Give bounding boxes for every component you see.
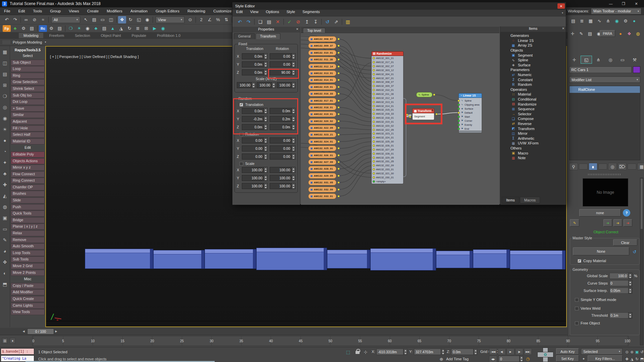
fixed-translation-field[interactable]: 0.0m	[242, 69, 268, 75]
randomize-input[interactable]: AM132_007_01	[372, 76, 403, 80]
orbit-icon[interactable]: ↻	[125, 25, 133, 32]
segment-node[interactable]: ▣ AM132_026_01	[308, 153, 336, 158]
randomize-input[interactable]: AM132_029_05	[372, 156, 403, 160]
segment-node[interactable]: ▣ AM132_033_01	[308, 193, 336, 199]
output-socket[interactable]	[337, 86, 340, 88]
properties-tab[interactable]: General	[234, 33, 255, 39]
spinner[interactable]	[291, 154, 296, 160]
menu-item[interactable]: Tools	[29, 7, 46, 15]
randomize-input[interactable]: AM132_025_00	[372, 140, 403, 144]
select-rotate-icon[interactable]: ↻	[126, 16, 135, 23]
output-socket[interactable]	[337, 100, 340, 102]
spinner[interactable]	[291, 145, 296, 152]
randomize-input[interactable]: AM132_004_01	[372, 72, 403, 76]
ribbon-tab[interactable]: Object Paint	[96, 33, 126, 38]
output-socket[interactable]	[337, 154, 340, 157]
time-configuration-icon[interactable]: ◷	[525, 355, 531, 362]
render-setup-icon[interactable]: ⚙	[622, 17, 630, 24]
commit-icon[interactable]: ✓	[285, 18, 293, 25]
close-icon[interactable]: ✕	[557, 3, 565, 9]
output-socket[interactable]	[337, 195, 340, 197]
selection-filter-dropdown[interactable]: All▾	[51, 16, 80, 23]
segment-node[interactable]: ▣ AM132_024_01	[308, 139, 336, 144]
panel-splitter[interactable]	[588, 174, 622, 175]
key-filters-button[interactable]: Key Filters...	[588, 355, 623, 362]
forest-list-icon[interactable]: ▤	[28, 25, 36, 32]
spline-node[interactable]: ∿ Spline	[416, 92, 432, 97]
rappatools-button[interactable]: Sub Object	[11, 60, 45, 66]
previous-frame-button[interactable]: ◀|	[498, 348, 506, 355]
rappatools-button[interactable]: Misc	[11, 276, 45, 282]
segment-node[interactable]: ▣ AM132_029_05	[308, 173, 336, 179]
randomize-input[interactable]: AM132_008_07	[372, 80, 403, 84]
style-editor-menu-item[interactable]: Style	[283, 10, 299, 16]
randomize-input[interactable]: AM132_010_01	[372, 88, 403, 92]
spinner[interactable]	[628, 280, 632, 286]
linear-input[interactable]: ⚑ Corner	[459, 119, 482, 123]
select-link-icon[interactable]: ∞	[22, 16, 30, 23]
rappatools-button[interactable]: Fill / Hole	[11, 125, 45, 131]
random-rotation-min-field[interactable]: 0.00	[242, 145, 268, 152]
segment-node[interactable]: ▣ AM132_010_01	[308, 50, 336, 56]
edit-style-button[interactable]: ✎	[570, 219, 579, 227]
timeline-ruler[interactable]: ▥ ♦ 051015202530354045505560657075808590…	[0, 335, 568, 347]
light-icon[interactable]: ❍	[67, 25, 75, 32]
items-panel-tab[interactable]: Items	[502, 197, 519, 203]
revert-icon[interactable]: ⊘	[294, 18, 302, 25]
grid-icon[interactable]: ⊞	[142, 25, 150, 32]
input-socket[interactable]	[373, 117, 375, 119]
randomize-input[interactable]: AM132_022_05	[372, 128, 403, 132]
item-transform[interactable]: ◩ Transform	[500, 126, 566, 131]
object-color-swatch[interactable]	[633, 66, 640, 73]
set-key-button[interactable]: Set Key	[556, 355, 579, 362]
input-socket[interactable]	[373, 140, 375, 143]
spinner[interactable]	[291, 53, 296, 59]
spinner[interactable]	[291, 175, 296, 181]
segment-node[interactable]: ▣ AM132_025_00	[308, 145, 336, 151]
monitor-icon[interactable]: ⬒	[3, 282, 7, 287]
linear-input[interactable]: ⚑ Evenly	[459, 123, 482, 127]
spinner[interactable]	[264, 154, 268, 160]
mini-plus-icon[interactable]: ✛	[569, 30, 577, 37]
segment-node[interactable]: ▣ AM132_012_14	[308, 64, 336, 69]
item-compose[interactable]: ❏ Compose	[500, 116, 566, 121]
randomize-input[interactable]: AM132_021_00	[372, 171, 403, 175]
ribbon-tab[interactable]: Freeform	[45, 33, 69, 38]
spinner[interactable]	[291, 124, 296, 130]
select-place-icon[interactable]: ◉	[143, 16, 151, 23]
item-arithmetic[interactable]: Σ Arithmetic	[500, 136, 566, 141]
select-object-icon[interactable]: ↖	[82, 16, 90, 23]
randomize-input[interactable]: AM132_014_01	[372, 104, 403, 108]
input-socket[interactable]	[373, 81, 375, 83]
snap-toggle-icon[interactable]: 2	[197, 16, 205, 23]
randomize-input[interactable]: AM132_028_01	[372, 152, 403, 156]
input-socket[interactable]	[373, 77, 375, 79]
surface-interp-field[interactable]: 0.05m	[609, 288, 632, 294]
output-socket[interactable]	[337, 52, 340, 54]
selection-set-dropdown[interactable]: Selected▾	[581, 348, 623, 355]
segment-node[interactable]: ▣ AM132_031_05	[308, 180, 336, 185]
rappatools-button[interactable]: Brushes	[11, 191, 45, 197]
auto-key-button[interactable]: Auto Key	[556, 348, 579, 355]
rappatools-button[interactable]: Flow Connect	[11, 171, 45, 177]
spinner[interactable]	[264, 69, 268, 75]
scene-box[interactable]	[327, 250, 370, 268]
scene-box[interactable]	[205, 249, 256, 269]
menu-item[interactable]: Rendering	[183, 7, 209, 15]
rappatools-button[interactable]: Select	[11, 53, 45, 59]
linear-input[interactable]: ⚑ Start	[459, 115, 482, 119]
random-scale-max-field[interactable]: 100.00	[270, 183, 296, 189]
linear-input[interactable]: ∿ Spline	[459, 99, 482, 103]
railclone-icon[interactable]: Rc	[39, 25, 47, 32]
select-move-icon[interactable]: ✥	[118, 16, 126, 23]
free-object-checkbox[interactable]	[575, 321, 579, 325]
input-socket[interactable]	[458, 116, 460, 118]
percent-snap-icon[interactable]: %	[214, 16, 222, 23]
next-frame-button[interactable]: |▶	[515, 348, 523, 355]
spinner[interactable]	[291, 108, 296, 114]
input-socket[interactable]	[373, 69, 375, 71]
forest-trees-icon[interactable]: ♣	[11, 25, 19, 32]
star-icon[interactable]: ✦	[3, 160, 7, 165]
spinner[interactable]	[252, 82, 256, 88]
randomize-input[interactable]: AM132_027_09	[372, 147, 403, 152]
